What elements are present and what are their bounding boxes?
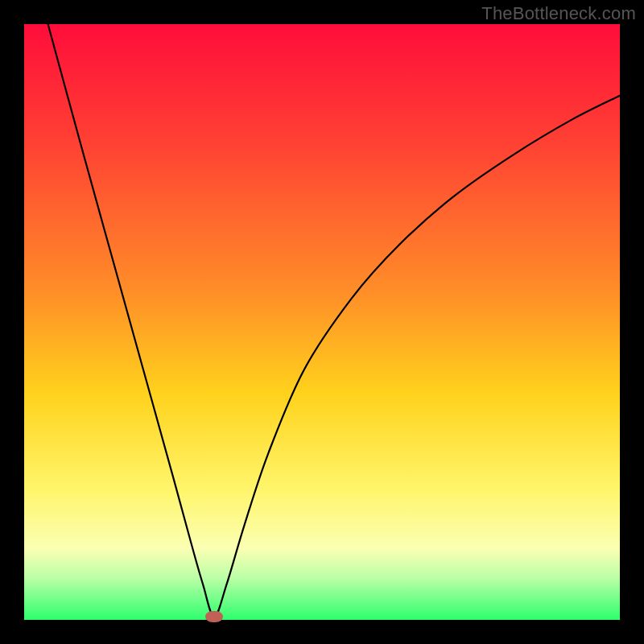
curve-svg	[24, 24, 620, 620]
bottleneck-curve	[48, 24, 620, 617]
min-marker	[205, 611, 223, 622]
watermark-text: TheBottleneck.com	[481, 3, 636, 24]
chart-frame: TheBottleneck.com	[0, 0, 644, 644]
plot-area	[24, 24, 620, 620]
